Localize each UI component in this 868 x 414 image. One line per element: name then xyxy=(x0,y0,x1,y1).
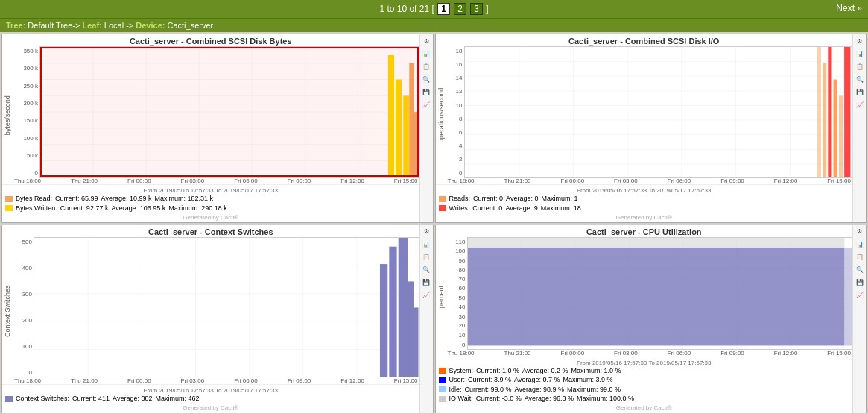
sidebar-icon-2c[interactable]: 📊 xyxy=(421,239,431,250)
top-bar: 1 to 10 of 21 [ 1 2 3 ] Next » xyxy=(0,0,868,18)
chart-scsi-io-title: Cacti_server - Combined SCSI Disk I/O xyxy=(436,34,853,46)
chart-cpu-area xyxy=(467,237,853,350)
chart-context-title: Cacti_server - Context Switches xyxy=(2,225,419,237)
sidebar-icon-5[interactable]: 💾 xyxy=(421,87,431,97)
tree-label: Tree: xyxy=(6,21,25,30)
svg-rect-54 xyxy=(408,281,414,377)
svg-rect-15 xyxy=(396,80,402,178)
ytick: 70 xyxy=(459,276,466,283)
sidebar-icon-2[interactable]: 📊 xyxy=(421,48,431,59)
ytick: 500 xyxy=(22,239,32,245)
chart-scsi-io-ylabel: operations/second xyxy=(436,46,446,184)
ytick: 50 k xyxy=(27,152,38,159)
sidebar-icon-4c[interactable]: 🔍 xyxy=(421,265,431,275)
pagination-suffix: ] xyxy=(486,4,488,14)
ytick: 0 xyxy=(462,342,465,348)
chart-scsi-bytes-sidebar: ⚙ 📊 📋 🔍 💾 📈 xyxy=(419,34,433,222)
legend-iowait: IO Wait: Current: -3.0 % Average: 96.3 %… xyxy=(439,394,850,404)
sidebar-icon-4b[interactable]: 🔍 xyxy=(855,74,865,84)
page-1-current[interactable]: 1 xyxy=(437,3,450,15)
ytick: 8 xyxy=(459,116,462,122)
footer-date-cpu: From 2019/05/16 17:57:33 To 2019/05/17 1… xyxy=(439,360,850,366)
legend-color-bytes-written xyxy=(5,205,13,211)
ytick: 100 xyxy=(455,248,465,254)
svg-rect-74 xyxy=(468,238,844,248)
ytick: 18 xyxy=(456,48,463,54)
sidebar-icon-2d[interactable]: 📊 xyxy=(855,239,865,250)
ytick: 200 xyxy=(22,317,32,324)
sidebar-icon-3c[interactable]: 📋 xyxy=(421,252,431,263)
generated-label-3: Generated by Cacti® xyxy=(5,404,416,411)
chart-cpu-title: Cacti_server - CPU Utilization xyxy=(436,225,853,237)
chart-cpu-ylabel: percent xyxy=(436,237,446,357)
legend-system: System: Current: 1.0 % Average: 0.2 % Ma… xyxy=(439,366,850,376)
sidebar-icon-5c[interactable]: 💾 xyxy=(421,277,431,288)
page-3-link[interactable]: 3 xyxy=(470,3,483,15)
legend-idle: Idle: Current: 99.0 % Average: 98.9 % Ma… xyxy=(439,385,850,395)
next-button[interactable]: Next » xyxy=(836,3,862,13)
sidebar-icon-1b[interactable]: ⚙ xyxy=(855,36,865,46)
legend-reads: Reads: Current: 0 Average: 0 Maximum: 1 xyxy=(439,194,850,204)
x-axis-scsi-io: Thu 18:00Thu 21:00Fri 00:00Fri 03:00Fri … xyxy=(446,178,853,184)
sidebar-icon-3[interactable]: 📋 xyxy=(421,61,431,72)
legend-bytes-written: Bytes Written: Current: 92.77 k Average:… xyxy=(5,204,416,213)
sidebar-icon-1[interactable]: ⚙ xyxy=(421,36,431,46)
charts-container: Cacti_server - Combined SCSI Disk Bytes … xyxy=(0,32,868,414)
footer-date-scsi-bytes: From 2019/05/16 17:57:33 To 2019/05/17 1… xyxy=(5,187,416,194)
legend-writes: Writes: Current: 0 Average: 9 Maximum: 1… xyxy=(439,204,850,213)
sidebar-icon-6[interactable]: 📈 xyxy=(421,99,431,110)
chart-scsi-io-sidebar: ⚙ 📊 📋 🔍 💾 📈 xyxy=(852,34,866,222)
generated-label-1: Generated by Cacti® xyxy=(5,214,416,221)
legend-context: Context Switches: Current: 411 Average: … xyxy=(5,394,416,404)
svg-rect-36 xyxy=(828,47,831,177)
ytick: 300 k xyxy=(23,65,38,72)
chart-scsi-io-footer: From 2019/05/16 17:57:33 To 2019/05/17 1… xyxy=(436,184,853,222)
ytick: 10 xyxy=(459,332,466,339)
ytick: 40 xyxy=(459,304,466,310)
sidebar-icon-6c[interactable]: 📈 xyxy=(421,290,431,301)
svg-rect-52 xyxy=(389,246,396,377)
sidebar-icon-6d[interactable]: 📈 xyxy=(855,290,865,301)
legend-color-writes xyxy=(439,205,446,211)
sidebar-icon-4[interactable]: 🔍 xyxy=(421,74,431,84)
sidebar-icon-5d[interactable]: 💾 xyxy=(855,277,865,288)
chart-scsi-bytes: Cacti_server - Combined SCSI Disk Bytes … xyxy=(1,34,434,223)
svg-rect-37 xyxy=(833,80,837,178)
ytick: 20 xyxy=(459,322,466,329)
ytick: 300 xyxy=(22,291,32,298)
sidebar-icon-1d[interactable]: ⚙ xyxy=(855,227,865,237)
generated-label-4: Generated by Cacti® xyxy=(439,404,850,411)
legend-color-iowait xyxy=(439,396,446,402)
sidebar-icon-3b[interactable]: 📋 xyxy=(855,61,865,72)
ytick: 10 xyxy=(456,102,463,109)
legend-user: User: Current: 3.9 % Average: 0.7 % Maxi… xyxy=(439,375,850,385)
sidebar-icon-5b[interactable]: 💾 xyxy=(855,87,865,97)
ytick: 2 xyxy=(459,156,462,163)
breadcrumb-bar: Tree: Default Tree-> Leaf: Local -> Devi… xyxy=(0,18,868,32)
ytick: 6 xyxy=(459,129,462,136)
ytick: 80 xyxy=(459,266,466,273)
chart-scsi-io-area xyxy=(464,46,853,178)
page-2-link[interactable]: 2 xyxy=(454,3,466,15)
ytick: 14 xyxy=(456,75,463,81)
generated-label-2: Generated by Cacti® xyxy=(439,214,850,221)
chart-cpu-sidebar: ⚙ 📊 📋 🔍 💾 📈 xyxy=(852,225,866,413)
svg-rect-17 xyxy=(409,63,414,178)
ytick: 0 xyxy=(35,169,38,176)
sidebar-icon-3d[interactable]: 📋 xyxy=(855,252,865,263)
svg-rect-51 xyxy=(380,264,387,377)
ytick: 0 xyxy=(29,369,32,376)
sidebar-icon-4d[interactable]: 🔍 xyxy=(855,265,865,275)
sidebar-icon-2b[interactable]: 📊 xyxy=(855,48,865,59)
x-axis-cpu: Thu 18:00Thu 21:00Fri 00:00Fri 03:00Fri … xyxy=(446,350,853,357)
sidebar-icon-1c[interactable]: ⚙ xyxy=(421,227,431,237)
legend-color-reads xyxy=(439,196,446,202)
footer-date-context: From 2019/05/16 17:57:33 To 2019/05/17 1… xyxy=(5,387,416,394)
chart-cpu-footer: From 2019/05/16 17:57:33 To 2019/05/17 1… xyxy=(436,357,853,413)
ytick: 60 xyxy=(459,285,466,292)
sidebar-icon-6b[interactable]: 📈 xyxy=(855,99,865,110)
svg-rect-75 xyxy=(844,248,852,345)
svg-rect-53 xyxy=(399,238,408,377)
chart-context-ylabel: Context Switches xyxy=(2,237,13,385)
ytick: 0 xyxy=(459,169,462,176)
